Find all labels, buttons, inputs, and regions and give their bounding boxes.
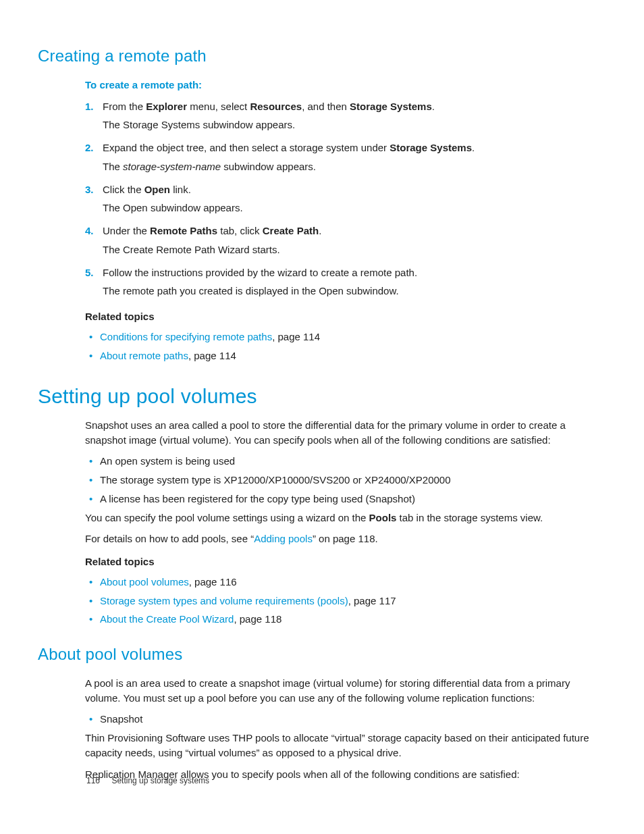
- text: , and then: [302, 101, 350, 112]
- list-item: About pool volumes, page 116: [85, 575, 601, 590]
- step-result: The Open subwindow appears.: [103, 201, 601, 215]
- list-item: An open system is being used: [85, 454, 601, 469]
- link-create-pool-wizard[interactable]: About the Create Pool Wizard: [100, 613, 234, 625]
- text: tab, click: [217, 225, 263, 236]
- section-body: Snapshot uses an area called a pool to s…: [85, 418, 601, 627]
- bold-text: Remote Paths: [150, 225, 217, 236]
- step-result: The storage-system-name subwindow appear…: [103, 159, 601, 174]
- text: .: [319, 225, 321, 236]
- bold-text: Explorer: [146, 101, 187, 112]
- link-about-remote-paths[interactable]: About remote paths: [100, 350, 188, 361]
- step-number: 3.: [85, 182, 103, 216]
- step-text: Click the Open link.: [103, 182, 601, 197]
- text: , page 117: [348, 595, 396, 606]
- list-item: About remote paths, page 114: [85, 348, 601, 363]
- list-item: A license has been registered for the co…: [85, 492, 601, 506]
- text: Expand the object tree, and then select …: [103, 142, 390, 153]
- paragraph: Thin Provisioning Software uses THP pool…: [85, 731, 601, 760]
- italic-text: storage-system-name: [123, 161, 221, 172]
- text: Under the: [103, 225, 150, 236]
- step-result: The Storage Systems subwindow appears.: [103, 118, 601, 132]
- step-number: 1.: [85, 99, 103, 133]
- text: .: [432, 101, 435, 112]
- text: subwindow appears.: [221, 161, 316, 172]
- text: For details on how to add pools, see “: [85, 533, 254, 544]
- link-adding-pools[interactable]: Adding pools: [254, 533, 313, 544]
- step-text: Follow the instructions provided by the …: [103, 265, 601, 280]
- list-item: Conditions for specifying remote paths, …: [85, 330, 601, 344]
- text: menu, select: [187, 101, 250, 112]
- text: ” on page 118.: [313, 533, 378, 544]
- bold-text: Pools: [369, 512, 397, 523]
- paragraph: You can specify the pool volume settings…: [85, 511, 601, 525]
- list-item: Storage system types and volume requirem…: [85, 594, 601, 608]
- step: 4. Under the Remote Paths tab, click Cre…: [85, 224, 601, 257]
- step-result: The Create Remote Path Wizard starts.: [103, 242, 601, 257]
- procedure-block: To create a remote path: 1. From the Exp…: [85, 78, 601, 363]
- step-number: 2.: [85, 140, 103, 174]
- list-item: Snapshot: [85, 712, 601, 727]
- step: 1. From the Explorer menu, select Resour…: [85, 99, 601, 133]
- step-number: 5.: [85, 265, 103, 299]
- text: , page 118: [234, 613, 281, 625]
- related-topics-list: About pool volumes, page 116 Storage sys…: [85, 575, 601, 627]
- text: From the: [103, 101, 146, 112]
- text: , page 114: [188, 350, 236, 361]
- step-text: Expand the object tree, and then select …: [103, 140, 601, 155]
- list-item: The storage system type is XP12000/XP100…: [85, 473, 601, 488]
- footer-chapter: Setting up storage systems: [111, 776, 209, 785]
- document-page: Creating a remote path To create a remot…: [0, 0, 644, 834]
- page-footer: 116 Setting up storage systems: [86, 775, 209, 787]
- text: The: [103, 161, 123, 172]
- related-topics-list: Conditions for specifying remote paths, …: [85, 330, 601, 363]
- bold-text: Open: [144, 184, 170, 195]
- step: 3. Click the Open link. The Open subwind…: [85, 182, 601, 216]
- paragraph: Snapshot uses an area called a pool to s…: [85, 418, 601, 448]
- bold-text: Create Path: [263, 225, 319, 236]
- paragraph: A pool is an area used to create a snaps…: [85, 676, 601, 706]
- link-conditions-remote-paths[interactable]: Conditions for specifying remote paths: [100, 331, 272, 342]
- step-text: From the Explorer menu, select Resources…: [103, 99, 601, 114]
- related-topics-heading: Related topics: [85, 309, 601, 324]
- step-number: 4.: [85, 224, 103, 257]
- bold-text: Storage Systems: [350, 101, 432, 112]
- step: 2. Expand the object tree, and then sele…: [85, 140, 601, 174]
- steps-list: 1. From the Explorer menu, select Resour…: [85, 99, 601, 299]
- heading-setting-up-pool-volumes: Setting up pool volumes: [38, 382, 601, 411]
- heading-about-pool-volumes: About pool volumes: [38, 643, 601, 667]
- text: Click the: [103, 184, 144, 195]
- conditions-list: An open system is being used The storage…: [85, 454, 601, 506]
- bullet-list: Snapshot: [85, 712, 601, 727]
- text: , page 116: [189, 576, 237, 588]
- procedure-title: To create a remote path:: [85, 78, 601, 93]
- link-storage-system-types[interactable]: Storage system types and volume requirem…: [100, 595, 348, 606]
- step: 5. Follow the instructions provided by t…: [85, 265, 601, 299]
- link-about-pool-volumes[interactable]: About pool volumes: [100, 576, 189, 588]
- text: tab in the storage systems view.: [396, 512, 543, 523]
- section-body: A pool is an area used to create a snaps…: [85, 676, 601, 782]
- step-result: The remote path you created is displayed…: [103, 284, 601, 298]
- heading-creating-remote-path: Creating a remote path: [38, 45, 601, 68]
- list-item: About the Create Pool Wizard, page 118: [85, 612, 601, 627]
- text: .: [472, 142, 475, 153]
- step-text: Under the Remote Paths tab, click Create…: [103, 224, 601, 238]
- related-topics-heading: Related topics: [85, 554, 601, 569]
- text: You can specify the pool volume settings…: [85, 512, 369, 523]
- bold-text: Resources: [250, 101, 302, 112]
- page-number: 116: [86, 776, 100, 785]
- text: link.: [170, 184, 191, 195]
- text: , page 114: [272, 331, 320, 342]
- paragraph: For details on how to add pools, see “Ad…: [85, 531, 601, 546]
- bold-text: Storage Systems: [390, 142, 472, 153]
